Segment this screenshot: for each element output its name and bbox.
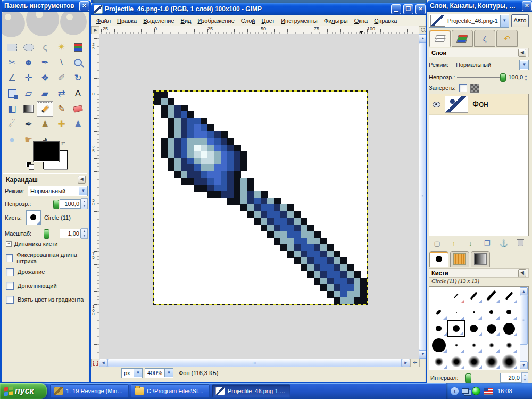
tray-app-icon[interactable] (472, 387, 480, 395)
chevron-down-icon[interactable]: ▼ (134, 369, 142, 377)
scroll-left-arrow[interactable]: ◀ (99, 359, 107, 367)
brush-cell[interactable] (483, 304, 500, 320)
tool-perspective[interactable]: ▰ (37, 86, 53, 101)
scroll-right-arrow[interactable]: ▶ (402, 359, 410, 367)
tool-clone[interactable]: ♟ (37, 117, 53, 132)
tool-shear[interactable]: ▱ (20, 86, 37, 101)
spacing-spinner[interactable]: ▲▼ (521, 372, 528, 383)
tray-collapse-icon[interactable]: ‹ (451, 387, 459, 395)
mode-select[interactable]: Нормальный ▼ (28, 186, 88, 196)
brush-scrollbar[interactable]: ▲ ≡ ▼ (520, 287, 528, 369)
tool-free-select[interactable]: ς (37, 39, 53, 55)
scroll-down-arrow[interactable]: ▼ (520, 361, 528, 369)
scale-spinner[interactable]: ▲▼ (81, 228, 88, 239)
brush-cell[interactable] (483, 287, 500, 304)
collapse-panel-button[interactable]: ◀ (518, 49, 526, 57)
opacity-value[interactable]: 100,0 (60, 199, 81, 209)
brush-cell[interactable] (500, 320, 518, 337)
image-window-titlebar[interactable]: Projectile_46.png-1.0 (RGB, 1 слой) 100x… (91, 3, 427, 15)
taskbar-task[interactable]: Projectile_46.png-1.0... (212, 384, 290, 398)
language-flag-icon[interactable] (484, 388, 493, 395)
menu-Файл[interactable]: Файл (93, 16, 114, 26)
tool-rectangle-select[interactable] (4, 39, 20, 55)
pencil-option-row[interactable]: Фиксированная длина штриха (6, 251, 88, 265)
menu-Изображение[interactable]: Изображение (194, 16, 237, 26)
menu-Выделение[interactable]: Выделение (140, 16, 177, 26)
start-button[interactable]: пуск (0, 383, 47, 399)
tool-paintbrush[interactable]: ✎ (53, 101, 70, 117)
ruler-vertical[interactable]: -250255075100 (91, 34, 99, 359)
pixel-art-projectile[interactable] (154, 92, 367, 304)
pencil-option-row[interactable]: Взять цвет из градиента (6, 293, 88, 306)
plus-icon[interactable]: + (6, 241, 12, 247)
layer-row-background[interactable]: Фон (429, 94, 528, 115)
tool-ink[interactable]: ✒ (20, 117, 37, 132)
checkbox[interactable] (6, 268, 14, 276)
tool-move[interactable]: ✛ (20, 70, 37, 86)
pencil-option-row[interactable]: Дрожание (6, 265, 88, 279)
brush-cell[interactable] (447, 353, 465, 370)
menu-Цвет[interactable]: Цвет (259, 16, 278, 26)
tool-scissors-select[interactable]: ✂ (4, 55, 20, 70)
chevron-down-icon[interactable]: ▼ (500, 15, 509, 27)
foreground-color-swatch[interactable] (34, 142, 59, 162)
brush-cell[interactable] (430, 353, 447, 370)
default-colors-icon[interactable] (26, 162, 33, 169)
layer-name[interactable]: Фон (472, 99, 488, 109)
tab-paths[interactable]: ζ (474, 30, 495, 47)
brush-cell[interactable] (465, 287, 483, 304)
brush-cell[interactable] (430, 320, 447, 337)
menu-Фильтры[interactable]: Фильтры (321, 16, 351, 26)
menu-Вид[interactable]: Вид (178, 16, 195, 26)
close-button[interactable]: ✕ (415, 4, 426, 14)
brush-cell[interactable] (447, 304, 465, 320)
brush-cell[interactable] (483, 320, 500, 337)
tool-pencil[interactable] (37, 101, 53, 117)
tool-text[interactable]: A (70, 86, 86, 101)
brush-cell[interactable] (447, 320, 465, 337)
tool-paths[interactable]: ✒ (37, 55, 53, 70)
brush-name[interactable]: Circle (11) (44, 214, 71, 221)
unit-select[interactable]: px ▼ (121, 368, 143, 378)
brush-cell[interactable] (465, 304, 483, 320)
checkbox[interactable] (6, 254, 13, 262)
dock-titlebar[interactable]: Слои, Каналы, Контуры, Отме... ✕ (427, 0, 532, 12)
tab-gradients[interactable] (471, 251, 490, 267)
tool-bucket-fill[interactable]: ◧ (4, 101, 20, 117)
menu-Правка[interactable]: Правка (114, 16, 140, 26)
tool-crop[interactable]: ✐ (53, 70, 70, 86)
spacing-value[interactable]: 20,0 (500, 373, 521, 383)
tool-measure[interactable]: ∠ (4, 70, 20, 86)
tool-airbrush[interactable]: ☄ (4, 117, 20, 132)
brush-cell[interactable] (483, 337, 500, 353)
brush-cell[interactable] (430, 304, 447, 320)
brush-cell[interactable] (500, 337, 518, 353)
maximize-button[interactable]: ❐ (403, 4, 413, 14)
menu-Справка[interactable]: Справка (371, 16, 400, 26)
lower-layer-button[interactable]: ↓ (463, 237, 477, 249)
tool-heal[interactable]: ✚ (53, 117, 70, 132)
toolbox-titlebar[interactable]: Панель инструментов ✕ (2, 0, 91, 12)
checkbox[interactable] (6, 282, 14, 290)
tool-fuzzy-select[interactable]: ✴ (53, 39, 70, 55)
opacity-spinner[interactable]: ▲▼ (81, 198, 88, 209)
tab-layers[interactable] (429, 30, 451, 47)
menu-Слой[interactable]: Слой (238, 16, 259, 26)
brush-cell[interactable] (465, 353, 483, 370)
brush-cell[interactable] (447, 287, 465, 304)
tool-foreground-select[interactable]: ☻ (20, 55, 37, 70)
delete-layer-button[interactable] (513, 237, 527, 249)
toolbox-close-button[interactable]: ✕ (79, 1, 89, 11)
chevron-down-icon[interactable]: ▼ (520, 61, 528, 69)
brush-cell[interactable] (447, 337, 465, 353)
tab-brushes[interactable] (429, 251, 448, 267)
lock-checkbox[interactable] (459, 84, 467, 92)
scale-slider[interactable] (34, 229, 57, 238)
duplicate-layer-button[interactable]: ❐ (480, 237, 494, 249)
layer-opacity-slider[interactable] (457, 73, 506, 81)
brush-cell[interactable] (483, 353, 500, 370)
menu-Окна[interactable]: Окна (351, 16, 371, 26)
tool-color-picker[interactable]: \ (53, 55, 70, 70)
brush-scroll-thumb[interactable]: ≡ (520, 295, 528, 345)
tool-perspective-clone[interactable]: ♟ (70, 117, 86, 132)
